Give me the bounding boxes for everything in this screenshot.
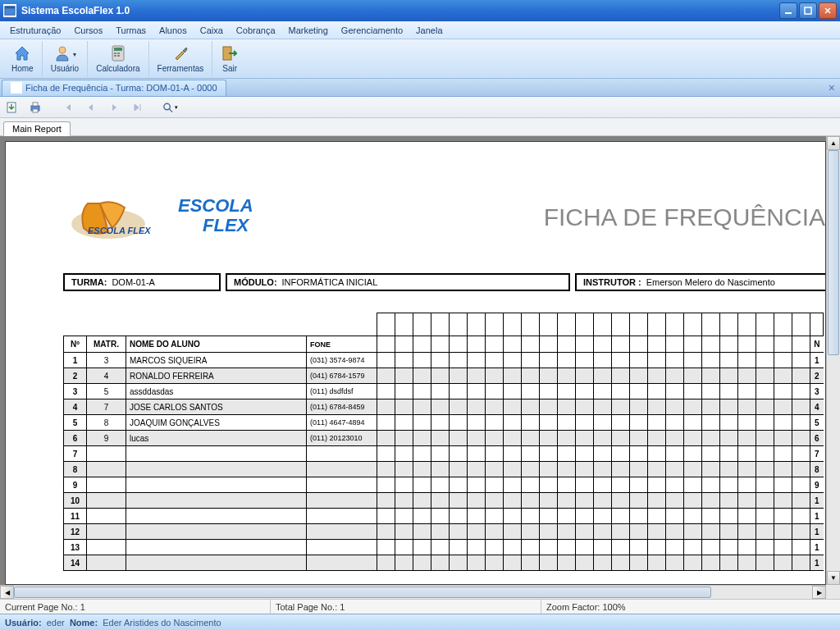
document-icon [11, 82, 22, 94]
menu-gerenciamento[interactable]: Gerenciamento [335, 24, 409, 37]
prev-page-button[interactable] [82, 98, 100, 116]
scroll-thumb-horizontal[interactable] [14, 587, 711, 598]
maximize-button[interactable] [799, 2, 817, 19]
svg-point-16 [164, 103, 171, 110]
svg-rect-2 [785, 12, 792, 14]
table-row: 99 [64, 477, 824, 493]
usuario-button[interactable]: ▾ Usuário [43, 41, 88, 77]
print-button[interactable] [26, 98, 44, 116]
instrutor-box: INSTRUTOR : Emerson Melero do Nascimento [575, 273, 825, 291]
calculadora-button[interactable]: Calculadora [88, 41, 148, 77]
menu-cursos[interactable]: Cursos [67, 24, 109, 37]
menu-turmas[interactable]: Turmas [109, 24, 153, 37]
table-row: 69lucas(011) 201230106 [64, 431, 824, 446]
table-row: 47JOSE CARLOS SANTOS(011) 6784-84594 [64, 399, 824, 415]
user-statusbar: Usuário: eder Nome: Eder Aristides do Na… [0, 614, 840, 630]
table-row: 141 [64, 555, 824, 571]
table-row: 131 [64, 540, 824, 555]
document-tab-bar: Ficha de Frequência - Turma: DOM-01-A - … [0, 79, 840, 97]
main-report-tab[interactable]: Main Report [3, 121, 71, 136]
svg-rect-9 [114, 55, 116, 57]
svg-rect-7 [114, 52, 116, 54]
ferramentas-button[interactable]: Ferramentas [149, 41, 213, 77]
chevron-down-icon: ▾ [175, 104, 178, 111]
turma-box: TURMA: DOM-01-A [63, 273, 221, 291]
tools-icon [171, 44, 189, 62]
scroll-down-arrow[interactable]: ▼ [827, 571, 840, 585]
svg-rect-14 [33, 103, 38, 106]
home-label: Home [11, 64, 34, 73]
modulo-box: MÓDULO: INFORMÁTICA INICIAL [226, 273, 570, 291]
svg-point-4 [59, 47, 66, 53]
report-viewer: ESCOLA FLEX ESCOLA FLEX FICHA DE FREQUÊN… [0, 136, 840, 599]
svg-rect-10 [117, 55, 120, 57]
minimize-button[interactable] [779, 2, 797, 19]
vertical-scrollbar[interactable]: ▲ ▼ [826, 136, 840, 585]
report-tab-bar: Main Report [0, 118, 840, 136]
sair-label: Sair [222, 64, 237, 73]
table-row: 77 [64, 446, 824, 462]
table-row: 88 [64, 462, 824, 477]
calculator-icon [109, 44, 127, 62]
menu-marketing[interactable]: Marketing [282, 24, 335, 37]
svg-rect-1 [5, 7, 15, 9]
close-button[interactable] [819, 2, 837, 19]
window-titlebar: Sistema EscolaFlex 1.0 [0, 0, 840, 21]
document-tab[interactable]: Ficha de Frequência - Turma: DOM-01-A - … [2, 80, 226, 96]
chevron-down-icon: ▾ [73, 51, 76, 58]
svg-rect-6 [114, 48, 122, 51]
table-row: 111 [64, 509, 824, 524]
app-icon [3, 4, 16, 17]
document-tab-title: Ficha de Frequência - Turma: DOM-01-A - … [25, 83, 217, 93]
menu-estruturacao[interactable]: Estruturação [3, 24, 67, 37]
first-page-button[interactable] [59, 98, 77, 116]
report-toolbar: ▾ [0, 97, 840, 118]
next-page-button[interactable] [105, 98, 123, 116]
menu-cobranca[interactable]: Cobrança [230, 24, 282, 37]
report-statusbar: Current Page No.: 1 Total Page No.: 1 Zo… [0, 599, 840, 614]
horizontal-scrollbar[interactable]: ◀ ▶ [0, 585, 826, 599]
scroll-corner [826, 585, 840, 599]
scroll-right-arrow[interactable]: ▶ [812, 586, 826, 599]
exit-icon [221, 44, 239, 62]
attendance-table: NºMATR.NOME DO ALUNOFONEN13MARCOS SIQUEI… [63, 313, 824, 571]
scroll-up-arrow[interactable]: ▲ [827, 136, 840, 150]
table-row: 13MARCOS SIQUEIRA(031) 3574-98741 [64, 353, 824, 368]
svg-rect-3 [805, 7, 811, 14]
menu-caixa[interactable]: Caixa [194, 24, 230, 37]
find-button[interactable]: ▾ [161, 98, 179, 116]
table-row: 58JOAQUIM GONÇALVES(011) 4647-48945 [64, 415, 824, 431]
home-button[interactable]: Home [3, 41, 43, 77]
info-boxes: TURMA: DOM-01-A MÓDULO: INFORMÁTICA INIC… [63, 273, 825, 291]
last-page-button[interactable] [128, 98, 146, 116]
logo-text: ESCOLA FLEX [178, 196, 253, 235]
table-row: 24RONALDO FERREIRA(041) 6784-15792 [64, 368, 824, 384]
report-title: FICHA DE FREQUÊNCIA [544, 203, 825, 231]
main-toolbar: Home ▾ Usuário Calculadora Ferramentas S… [0, 39, 840, 79]
logo-image: ESCOLA FLEX [63, 183, 162, 249]
table-row: 121 [64, 524, 824, 540]
ferramentas-label: Ferramentas [158, 64, 204, 73]
table-row: 101 [64, 493, 824, 509]
svg-text:ESCOLA FLEX: ESCOLA FLEX [88, 226, 151, 235]
menu-alunos[interactable]: Alunos [153, 24, 194, 37]
calculadora-label: Calculadora [96, 64, 139, 73]
menu-janela[interactable]: Janela [409, 24, 449, 37]
table-row: 35assddasdas(011) dsdfdsf3 [64, 384, 824, 399]
window-title: Sistema EscolaFlex 1.0 [21, 5, 779, 16]
scroll-thumb-vertical[interactable] [828, 150, 839, 355]
svg-rect-8 [117, 52, 120, 54]
usuario-label: Usuário [51, 64, 79, 73]
svg-rect-15 [33, 109, 38, 112]
document-tab-close[interactable]: × [829, 81, 835, 94]
scroll-left-arrow[interactable]: ◀ [0, 586, 14, 599]
main-menubar: Estruturação Cursos Turmas Alunos Caixa … [0, 21, 840, 39]
user-icon [53, 44, 71, 62]
sair-button[interactable]: Sair [212, 41, 247, 77]
export-button[interactable] [3, 98, 21, 116]
home-icon [13, 44, 31, 62]
